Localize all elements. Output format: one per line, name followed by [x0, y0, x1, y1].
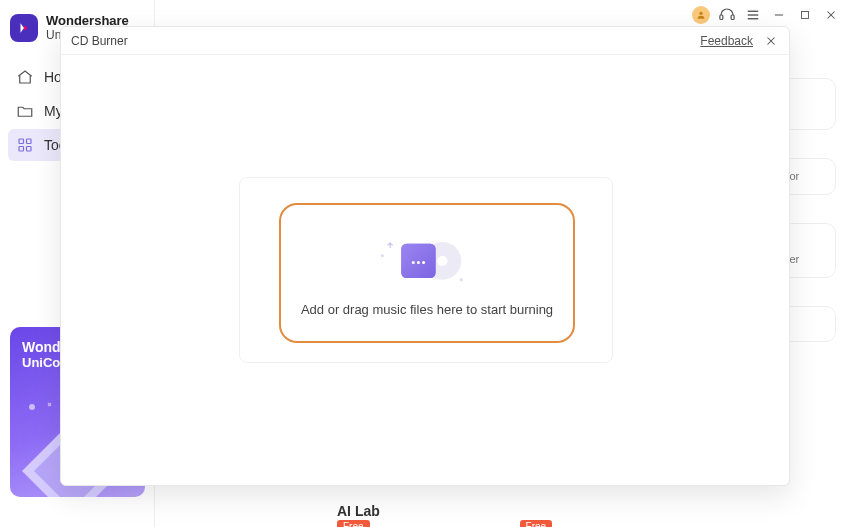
home-icon [16, 68, 34, 86]
svg-rect-2 [731, 15, 734, 20]
svg-point-21 [381, 254, 384, 257]
svg-rect-10 [19, 139, 24, 144]
drop-text: Add or drag music files here to start bu… [301, 302, 553, 317]
free-badges: Free Free [337, 520, 552, 527]
close-button[interactable] [822, 6, 840, 24]
free-badge: Free [337, 520, 370, 527]
free-badge: Free [520, 520, 553, 527]
maximize-button[interactable] [796, 6, 814, 24]
cd-burner-modal: CD Burner Feedback [60, 26, 790, 486]
modal-close-button[interactable] [763, 33, 779, 49]
section-label: AI Lab [337, 503, 380, 519]
svg-point-23 [437, 255, 447, 265]
menu-icon[interactable] [744, 6, 762, 24]
feedback-link[interactable]: Feedback [700, 34, 753, 48]
user-avatar[interactable] [692, 6, 710, 24]
minimize-button[interactable] [770, 6, 788, 24]
support-icon[interactable] [718, 6, 736, 24]
svg-rect-1 [720, 15, 723, 20]
modal-title: CD Burner [71, 34, 128, 48]
svg-point-18 [29, 404, 35, 410]
svg-rect-11 [27, 139, 32, 144]
svg-point-27 [417, 261, 420, 264]
svg-point-28 [422, 261, 425, 264]
modal-header: CD Burner Feedback [61, 27, 789, 55]
svg-point-26 [412, 261, 415, 264]
drop-illustration [372, 230, 482, 290]
drop-area[interactable]: Add or drag music files here to start bu… [279, 203, 575, 343]
svg-point-29 [460, 278, 463, 281]
svg-rect-25 [401, 243, 435, 277]
logo-icon [10, 14, 38, 42]
svg-rect-7 [802, 12, 809, 19]
grid-icon [16, 136, 34, 154]
folder-icon [16, 102, 34, 120]
svg-point-0 [699, 12, 702, 15]
svg-rect-13 [27, 146, 32, 151]
svg-rect-12 [19, 146, 24, 151]
